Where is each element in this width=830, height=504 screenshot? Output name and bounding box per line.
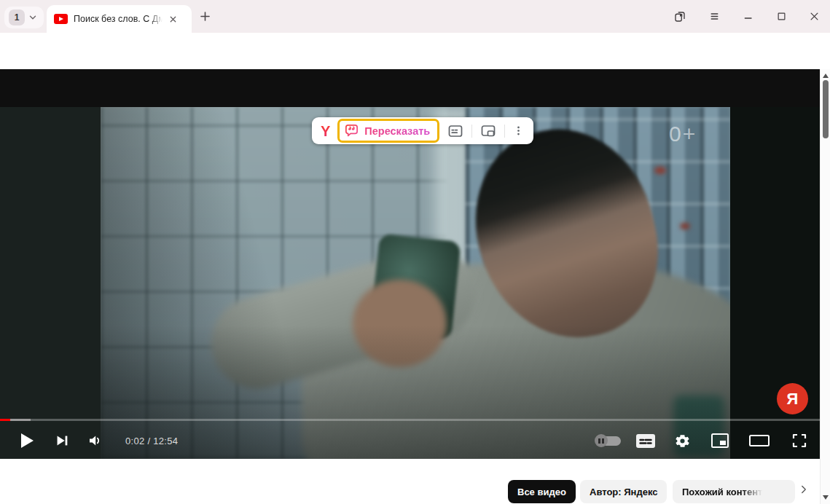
yandex-fab-letter: Я [787,390,799,409]
settings-button[interactable] [664,422,700,459]
yandex-fab-button[interactable]: Я [777,383,808,414]
new-tab-button[interactable] [198,9,212,23]
fullscreen-button[interactable] [779,422,820,459]
divider [471,125,472,138]
theater-button[interactable] [740,422,779,459]
play-icon [21,433,34,448]
youtube-header: YouTube RU Войти [0,69,830,107]
chip-label: Похожий контент [682,487,762,497]
page-scrollbar[interactable] [820,69,830,504]
time-display: 0:02 / 12:54 [125,436,178,446]
tab-title: Поиск без слов. С Дми [74,14,163,24]
tab-counter[interactable]: 1 [4,7,44,28]
play-button[interactable] [9,422,45,459]
scrollbar-up-arrow[interactable] [823,74,829,78]
tab-close-icon[interactable] [168,15,178,24]
browser-window: 1 Поиск без слов. С Дми [0,0,830,504]
progress-bar[interactable] [0,419,820,421]
chip-author[interactable]: Автор: Яндекс [580,480,667,503]
scrollbar-thumb[interactable] [823,80,829,138]
window-controls [673,0,820,33]
video-frame [101,107,730,459]
side-panels-icon[interactable] [673,10,686,23]
chip-all-videos[interactable]: Все видео [508,480,576,503]
pillarbox [730,107,820,459]
chevron-down-icon[interactable] [28,12,38,23]
next-button[interactable] [45,422,79,459]
summarize-label: Пересказать [364,125,430,137]
miniplayer-button[interactable] [700,422,740,459]
captions-button[interactable] [627,422,664,459]
tab-bar: 1 Поиск без слов. С Дми [0,0,830,33]
volume-button[interactable] [79,422,112,459]
close-window-button[interactable] [809,11,820,22]
active-tab[interactable]: Поиск без слов. С Дми [47,5,192,33]
summarize-button[interactable]: Пересказать [337,119,439,143]
chips-scroll-right-icon[interactable] [797,483,810,496]
video-player[interactable]: Y Пересказать [0,107,820,459]
progress-played [0,419,10,421]
youtube-favicon [54,14,68,24]
autoplay-toggle[interactable] [590,422,627,459]
autoplay-track [596,436,621,446]
pip-overlay-icon[interactable] [477,122,500,140]
tab-count: 1 [9,9,25,25]
age-rating: 0+ [669,122,697,146]
chips-bar: Все видео Автор: Яндекс Похожий контент [0,459,820,504]
player-controls: 0:02 / 12:54 [0,422,820,459]
chip-similar[interactable]: Похожий контент [673,480,795,503]
scrollbar-down-arrow[interactable] [823,495,829,500]
shade-overlay [101,107,730,459]
autoplay-knob [595,434,608,447]
browser-menu-icon[interactable] [708,10,721,23]
minimize-button[interactable] [743,11,754,23]
chip-label: Все видео [517,487,566,497]
yandex-overlay-toolbar: Y Пересказать [312,117,533,144]
quote-bubble-icon [344,123,359,138]
divider [504,125,505,138]
captions-overlay-icon[interactable] [444,122,467,140]
maximize-button[interactable] [776,11,787,22]
yandex-browser-icon[interactable]: Y [318,124,333,138]
chip-label: Автор: Яндекс [590,487,657,497]
overlay-more-icon[interactable] [509,125,528,137]
address-bar: Я www.youtube.com Поиск без слов. С Дмит… [0,33,830,69]
